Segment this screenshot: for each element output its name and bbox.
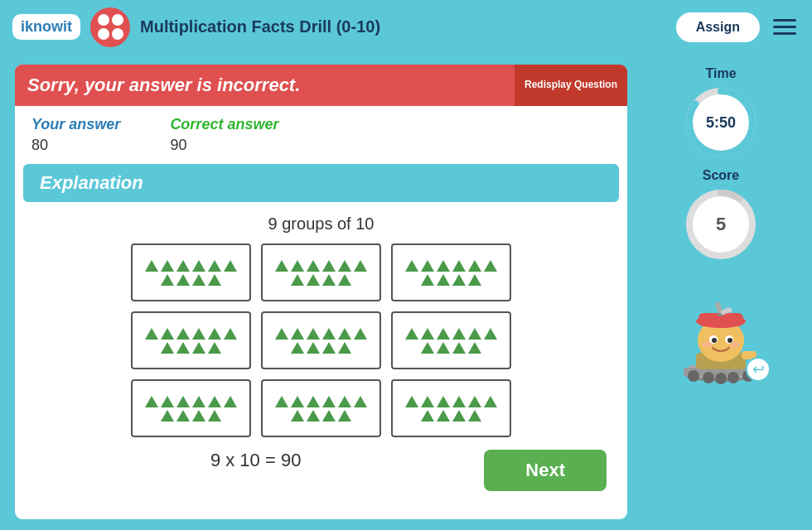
triangle-icon: [208, 260, 221, 272]
triangle-icon: [468, 342, 481, 354]
main-area: Sorry, your answer is incorrect. Redispl…: [0, 54, 812, 530]
group-box: [391, 311, 511, 369]
triangle-icon: [176, 342, 190, 354]
triangle-icon: [291, 410, 304, 422]
group-box: [131, 243, 251, 301]
score-circle: 5: [684, 187, 758, 262]
triangle-icon: [145, 328, 158, 340]
triangle-icon: [484, 396, 497, 407]
explanation-label: Explanation: [40, 172, 143, 193]
groups-label: 9 groups of 10: [27, 214, 615, 234]
triangle-icon: [161, 274, 174, 286]
svg-point-7: [688, 370, 699, 382]
menu-line: [773, 19, 796, 22]
svg-point-9: [715, 373, 727, 384]
menu-button[interactable]: [770, 16, 800, 38]
triangle-icon: [322, 342, 336, 354]
triangle-icon: [307, 274, 320, 286]
triangle-icon: [405, 260, 418, 272]
logo-text: iknowit: [21, 18, 72, 35]
triangle-icon: [322, 274, 336, 286]
triangle-icon: [421, 396, 434, 407]
triangle-icon: [421, 274, 434, 286]
triangle-icon: [224, 260, 237, 272]
triangle-icon: [192, 274, 205, 286]
svg-point-8: [703, 372, 714, 383]
triangle-icon: [192, 410, 205, 422]
triangle-icon: [161, 260, 174, 272]
correct-answer-label: Correct answer: [170, 116, 278, 133]
triangle-icon: [322, 410, 336, 422]
triangle-icon: [275, 396, 288, 407]
triangle-icon: [192, 396, 205, 407]
menu-line: [773, 32, 796, 35]
triangle-icon: [468, 328, 481, 340]
nav-arrow-button[interactable]: ↩: [746, 357, 771, 382]
triangle-icon: [208, 342, 221, 354]
group-box: [261, 311, 381, 369]
redisplay-button[interactable]: Redisplay Question: [515, 65, 627, 106]
triangle-icon: [208, 396, 221, 407]
triangle-icon: [437, 274, 450, 286]
triangle-icon: [161, 396, 174, 407]
answer-section: Your answer 80 Correct answer 90: [15, 106, 627, 164]
film-dot: [98, 14, 109, 26]
triangle-icon: [176, 260, 190, 272]
triangle-icon: [176, 410, 190, 422]
triangle-icon: [452, 260, 466, 272]
triangle-icon: [421, 260, 434, 272]
correct-answer-value: 90: [170, 137, 278, 154]
triangle-icon: [338, 342, 351, 354]
triangle-icon: [452, 274, 466, 286]
triangle-icon: [322, 260, 336, 272]
film-dot: [112, 14, 123, 26]
character-illustration: ↩: [667, 278, 775, 386]
score-label: Score: [684, 168, 758, 183]
timer-value: 5:50: [706, 114, 736, 132]
triangle-icon: [192, 328, 205, 340]
triangle-icon: [354, 328, 367, 340]
triangle-icon: [338, 396, 351, 407]
triangle-icon: [161, 410, 174, 422]
triangle-icon: [307, 396, 320, 407]
triangle-icon: [484, 260, 497, 272]
next-button[interactable]: Next: [484, 450, 607, 491]
group-box: [391, 243, 511, 301]
groups-grid: [27, 243, 615, 437]
your-answer-value: 80: [31, 137, 120, 154]
triangle-icon: [291, 260, 304, 272]
triangle-icon: [452, 328, 466, 340]
triangle-icon: [452, 342, 466, 354]
triangle-icon: [291, 274, 304, 286]
triangle-icon: [437, 328, 450, 340]
menu-line: [773, 26, 796, 28]
group-box: [131, 311, 251, 369]
triangle-icon: [307, 342, 320, 354]
your-answer-label: Your answer: [31, 116, 120, 133]
triangle-icon: [176, 396, 190, 407]
triangle-icon: [484, 328, 497, 340]
film-icon: [90, 7, 130, 47]
equation-label: 9 x 10 = 90 Next: [27, 450, 615, 499]
triangle-icon: [161, 328, 174, 340]
arrow-icon: ↩: [752, 360, 765, 378]
assign-button[interactable]: Assign: [676, 12, 760, 42]
triangle-icon: [145, 260, 158, 272]
triangle-icon: [208, 410, 221, 422]
triangle-icon: [437, 342, 450, 354]
incorrect-banner: Sorry, your answer is incorrect. Redispl…: [15, 65, 627, 106]
header: iknowit Multiplication Facts Drill (0-10…: [0, 0, 812, 54]
your-answer-col: Your answer 80: [31, 116, 120, 154]
triangle-icon: [452, 396, 466, 407]
score-value: 5: [716, 214, 726, 235]
triangle-icon: [421, 328, 434, 340]
triangle-icon: [322, 396, 336, 407]
triangle-icon: [291, 342, 304, 354]
triangle-icon: [437, 396, 450, 407]
content-panel: Sorry, your answer is incorrect. Redispl…: [12, 62, 630, 522]
page-title: Multiplication Facts Drill (0-10): [140, 17, 666, 36]
score-section: Score 5: [684, 168, 758, 262]
triangle-icon: [338, 274, 351, 286]
svg-point-21: [712, 338, 717, 343]
triangle-icon: [224, 396, 237, 407]
